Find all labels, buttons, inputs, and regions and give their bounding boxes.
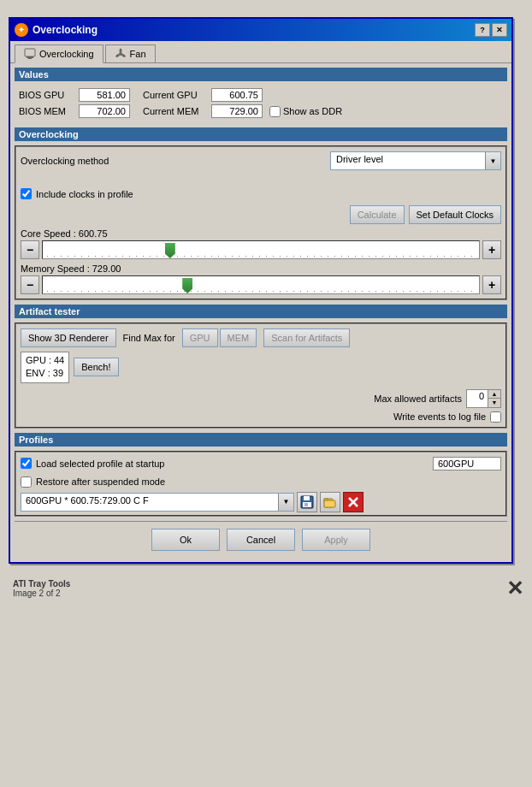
overclocking-tab-icon <box>24 48 36 60</box>
title-bar: ✦ Overclocking ? ✕ <box>10 19 511 41</box>
svg-rect-0 <box>25 49 35 56</box>
current-mem-label: Current MEM <box>143 106 211 116</box>
footer: ATI Tray Tools Image 2 of 2 ✕ <box>9 568 532 605</box>
mem-slider-row: − + <box>16 275 505 294</box>
memory-speed-label: Memory Speed : 729.00 <box>16 263 505 274</box>
mem-slider-track[interactable] <box>42 275 480 294</box>
apply-button[interactable]: Apply <box>302 529 370 551</box>
load-profile-label: Load selected profile at startup <box>36 459 164 469</box>
restore-checkbox[interactable] <box>21 476 32 488</box>
help-button[interactable]: ? <box>475 23 490 37</box>
env-temp-label: ENV : 39 <box>26 367 64 380</box>
open-profile-btn[interactable] <box>320 492 340 512</box>
max-artifacts-value: 0 <box>467 390 488 407</box>
artifact-body: Show 3D Renderer Find Max for GPU MEM Sc… <box>15 322 507 429</box>
core-slider-row: − + <box>16 240 505 259</box>
delete-profile-btn[interactable] <box>343 492 364 512</box>
write-events-checkbox[interactable] <box>490 411 501 423</box>
scan-artifacts-btn[interactable]: Scan for Artifacts <box>263 328 350 347</box>
profiles-body: Load selected profile at startup 600GPU … <box>15 451 507 517</box>
profile-dropdown-row: 600GPU * 600.75:729.00 C F ▼ <box>16 489 505 515</box>
method-label: Overclocking method <box>21 156 109 166</box>
spin-down[interactable]: ▼ <box>488 399 500 407</box>
profiles-header: Profiles <box>15 433 507 447</box>
core-minus-btn[interactable]: − <box>21 240 39 259</box>
calculate-button[interactable]: Calculate <box>350 205 405 224</box>
core-plus-btn[interactable]: + <box>482 240 501 259</box>
tab-fan-label: Fan <box>130 49 146 59</box>
svg-rect-8 <box>304 496 310 500</box>
artifact-row1: Show 3D Renderer Find Max for GPU MEM Sc… <box>16 324 505 352</box>
title-bar-left: ✦ Overclocking <box>15 23 98 37</box>
write-events-row: Write events to log file <box>16 410 505 427</box>
bench-btn[interactable]: Bench! <box>74 358 118 376</box>
restore-profile-row: Restore after suspended mode <box>16 472 505 489</box>
mem-slider-dots <box>47 285 475 292</box>
method-select-arrow[interactable]: ▼ <box>485 152 500 169</box>
bottom-buttons: Ok Cancel Apply <box>15 521 507 558</box>
bios-mem-row: BIOS MEM 702.00 Current MEM 729.00 Show … <box>19 104 503 118</box>
profile-select-arrow[interactable]: ▼ <box>278 494 293 511</box>
footer-close-btn[interactable]: ✕ <box>506 577 523 601</box>
include-clocks-checkbox[interactable] <box>21 188 32 199</box>
fan-tab-icon <box>115 48 127 60</box>
core-slider-track[interactable] <box>42 240 480 259</box>
close-button[interactable]: ✕ <box>492 23 507 37</box>
show-ddr-container: Show as DDR <box>269 106 342 117</box>
find-max-label: Find Max for <box>123 333 175 343</box>
load-profile-row: Load selected profile at startup 600GPU <box>16 453 505 472</box>
current-gpu-label: Current GPU <box>143 90 211 100</box>
gpu-mem-btns: GPU MEM <box>182 328 257 347</box>
artifact-row2: GPU : 44 ENV : 39 Bench! <box>16 352 505 388</box>
write-events-label: Write events to log file <box>393 411 486 422</box>
tabs-bar: Overclocking Fan <box>10 41 511 63</box>
tab-fan[interactable]: Fan <box>105 44 156 62</box>
core-slider-dots <box>47 250 475 257</box>
max-artifacts-label: Max allowed artifacts <box>374 394 462 404</box>
svg-rect-10 <box>304 503 308 506</box>
window-title: Overclocking <box>33 24 98 36</box>
footer-text-block: ATI Tray Tools Image 2 of 2 <box>13 579 70 598</box>
overclocking-section: Overclocking Overclocking method Driver … <box>15 127 507 300</box>
profile-dropdown-value: 600GPU * 600.75:729.00 C F <box>21 494 278 511</box>
tab-overclocking[interactable]: Overclocking <box>15 44 103 63</box>
method-row: Overclocking method Driver level ▼ <box>16 147 505 175</box>
gpu-env-box: GPU : 44 ENV : 39 <box>21 352 69 383</box>
cancel-button[interactable]: Cancel <box>227 529 295 551</box>
gpu-btn[interactable]: GPU <box>182 328 218 347</box>
max-artifacts-row: Max allowed artifacts 0 ▲ ▼ <box>16 388 505 410</box>
app-name: ATI Tray Tools <box>13 579 70 589</box>
profiles-section: Profiles Load selected profile at startu… <box>15 433 507 517</box>
show-ddr-checkbox[interactable] <box>269 106 281 117</box>
max-artifacts-spinbox: 0 ▲ ▼ <box>466 389 501 408</box>
method-select[interactable]: Driver level ▼ <box>330 151 501 170</box>
show-3d-btn[interactable]: Show 3D Renderer <box>21 328 116 347</box>
overclocking-header: Overclocking <box>15 127 507 141</box>
mem-btn[interactable]: MEM <box>220 328 257 347</box>
bios-mem-label: BIOS MEM <box>19 106 79 116</box>
artifact-header: Artifact tester <box>15 305 507 318</box>
artifact-section: Artifact tester Show 3D Renderer Find Ma… <box>15 305 507 429</box>
svg-point-4 <box>119 49 121 53</box>
svg-rect-1 <box>27 56 33 58</box>
ok-button[interactable]: Ok <box>151 529 220 551</box>
load-profile-checkbox[interactable] <box>21 458 32 469</box>
method-value: Driver level <box>331 152 485 169</box>
spin-up[interactable]: ▲ <box>488 390 500 399</box>
current-gpu-value: 600.75 <box>211 88 263 102</box>
content-area: Values BIOS GPU 581.00 Current GPU 600.7… <box>10 63 511 562</box>
mem-minus-btn[interactable]: − <box>21 275 39 294</box>
include-clocks-label: Include clocks in profile <box>36 189 133 199</box>
tab-overclocking-label: Overclocking <box>39 49 94 59</box>
title-buttons: ? ✕ <box>475 23 507 37</box>
gpu-temp-label: GPU : 44 <box>26 354 64 367</box>
show-ddr-label: Show as DDR <box>283 106 342 116</box>
profile-select-box[interactable]: 600GPU * 600.75:729.00 C F ▼ <box>21 493 294 512</box>
save-profile-btn[interactable] <box>297 492 317 512</box>
values-section: Values BIOS GPU 581.00 Current GPU 600.7… <box>15 68 507 123</box>
values-header: Values <box>15 68 507 81</box>
profile-name-box: 600GPU <box>433 457 501 470</box>
set-default-button[interactable]: Set Default Clocks <box>409 205 501 224</box>
current-mem-value: 729.00 <box>211 104 263 118</box>
mem-plus-btn[interactable]: + <box>482 275 501 294</box>
